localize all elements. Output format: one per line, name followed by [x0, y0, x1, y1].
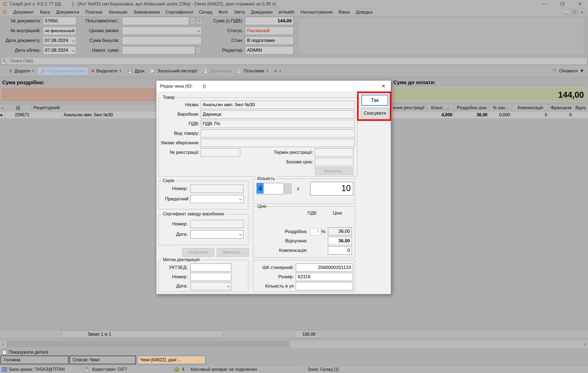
menu-help[interactable]: Довідка — [353, 8, 375, 16]
scrollbar-thumb[interactable] — [7, 341, 290, 347]
manufacturer-field[interactable]: Дарница — [201, 110, 355, 118]
beneficiary-lookup-button[interactable]: ... — [190, 17, 196, 25]
customs-date-select[interactable] — [190, 282, 231, 290]
vat-field[interactable]: ПДВ 7% — [201, 120, 355, 128]
ok-button[interactable]: Так — [361, 95, 388, 106]
menu-ehealth[interactable]: eHealth — [276, 8, 298, 16]
customs-number-field[interactable] — [190, 273, 231, 281]
caret-down-icon: ▼ — [32, 70, 34, 72]
sticker-barcode-field[interactable]: 2060000201133 — [296, 264, 353, 272]
delete-button[interactable]: × Видалити▼ — [88, 67, 124, 75]
scroll-right-icon[interactable]: › — [582, 340, 588, 348]
price-condition-select[interactable] — [122, 27, 202, 35]
column-header-franchise[interactable]: Франшиза — [549, 104, 574, 111]
accum-sum-field[interactable] — [122, 46, 195, 54]
product-change-button[interactable]: Змінити... — [315, 167, 354, 175]
menu-kasa[interactable]: Каса — [37, 8, 53, 16]
account-date-field[interactable]: 07.08.2024 — [43, 46, 76, 54]
add-button[interactable]: + Додати▼ — [6, 67, 37, 75]
menu-windows[interactable]: Вікна — [336, 8, 353, 16]
tab-main[interactable]: Головна — [1, 356, 69, 364]
account-date-label: Дата обліку: — [1, 46, 41, 54]
sticker-size-field[interactable]: 62316 — [296, 273, 353, 281]
pack-qty-field[interactable] — [296, 282, 353, 290]
horizontal-scrollbar[interactable]: ‹ › — [0, 340, 588, 348]
prices-group-label: Ціни — [256, 204, 268, 209]
selling-price-field[interactable]: 36,00 — [328, 237, 352, 245]
column-header-retail-price[interactable]: Роздрібна ціна — [454, 104, 489, 111]
edit-row-button[interactable]: Редагувати рядок — [37, 67, 88, 75]
beneficiary-button[interactable]: Пільговик▼ — [234, 67, 271, 75]
menu-document[interactable]: Документ — [10, 8, 37, 16]
minimize-button[interactable]: — — [536, 0, 553, 8]
quantity-lookup-button[interactable]: ... — [284, 184, 291, 194]
view-menu-button[interactable]: ≡▼ — [271, 67, 284, 75]
mdi-minimize-button[interactable]: _ — [563, 9, 570, 15]
column-header-discount[interactable]: % зни... — [489, 104, 512, 111]
column-header-prescription[interactable]: Рецептурний — [31, 104, 62, 111]
column-header-compensation[interactable]: Компенсація — [512, 104, 549, 111]
tab-list[interactable]: Список: Чеки — [69, 356, 136, 364]
scroll-left-icon[interactable]: ‹ — [0, 340, 6, 348]
beneficiary-clear-button[interactable]: X — [196, 17, 202, 25]
storage-field[interactable] — [201, 139, 355, 147]
menu-stocks[interactable]: Залишки — [105, 8, 130, 16]
name-field[interactable]: Анальгин амп. 5мл №30 — [201, 101, 355, 109]
restore-button[interactable] — [554, 0, 570, 8]
menu-reports[interactable]: Звіти — [231, 8, 248, 16]
certificate-change-button[interactable]: Змінити... — [217, 248, 249, 257]
mdi-close-button[interactable]: x — [579, 9, 585, 15]
menu-branches[interactable]: Філії — [215, 8, 231, 16]
certificate-date-select[interactable] — [190, 230, 243, 239]
menu-payments[interactable]: Платежі — [82, 8, 105, 16]
close-button[interactable]: × — [572, 0, 588, 8]
vat-label: ПДВ: — [159, 120, 199, 128]
column-header-dispensing[interactable]: Відпу — [574, 104, 588, 111]
chevron-down-icon[interactable] — [72, 39, 75, 42]
menu-certificates[interactable]: Сертифікати — [163, 8, 196, 16]
menu-orders[interactable]: Замовлення — [130, 8, 163, 16]
compensation-field[interactable]: 0 — [328, 246, 352, 255]
menu-directories[interactable]: Довідники — [248, 8, 276, 16]
refresh-button[interactable]: Оновити▼ — [551, 67, 584, 75]
menu-settings[interactable]: Налаштування — [298, 8, 336, 16]
chevron-down-icon[interactable] — [72, 49, 75, 52]
export-button[interactable]: Загальний експорт — [147, 67, 200, 75]
doc-number-field[interactable]: 57650 — [43, 17, 76, 25]
uktzed-field[interactable] — [190, 264, 231, 272]
dialog-close-icon[interactable]: × — [379, 82, 388, 91]
chevron-down-icon[interactable] — [197, 29, 200, 32]
base-price-label: Базова ціна: — [263, 158, 313, 166]
accum-sum-lookup-button[interactable]: ... — [196, 47, 202, 54]
print-button[interactable]: Друк — [124, 67, 147, 75]
cancel-button[interactable]: Скасувати — [361, 108, 389, 119]
chevron-down-icon[interactable] — [239, 198, 242, 200]
series-valid-select[interactable] — [190, 195, 243, 203]
reg-number-field[interactable] — [201, 148, 240, 157]
column-header-qty[interactable]: Кількі... △ — [426, 104, 454, 111]
chevron-down-icon[interactable] — [227, 285, 230, 288]
menu-warehouse[interactable]: Склад — [196, 8, 215, 16]
retail-vat-field[interactable]: 7 — [310, 228, 321, 236]
certificate-clear-button[interactable]: Очистити — [182, 248, 214, 257]
menu-documents[interactable]: Документи — [53, 8, 82, 16]
bonus-sum-field[interactable] — [122, 36, 202, 45]
column-header-id[interactable]: ІД — [5, 104, 31, 111]
certificate-number-field[interactable] — [190, 220, 243, 228]
show-details-checkbox[interactable] — [2, 350, 7, 354]
base-price-field[interactable] — [315, 158, 354, 166]
chevron-down-icon[interactable] — [239, 233, 242, 236]
beneficiary-field[interactable] — [122, 17, 189, 25]
search-bar[interactable]: Поиск (Tab) — [1, 57, 587, 65]
doc-date-field[interactable]: 07.08.2024 — [43, 36, 76, 45]
quantity-input[interactable]: 4 — [257, 183, 284, 194]
tab-receipts[interactable]: Чеки [64622], дані ... — [137, 356, 206, 364]
mdi-restore-button[interactable] — [571, 9, 578, 15]
column-header-registration[interactable]: ення реєстрації — [391, 104, 426, 111]
reg-term-field[interactable] — [315, 148, 354, 157]
refresh-icon — [551, 68, 557, 74]
kind-field[interactable] — [201, 129, 355, 137]
series-number-field[interactable] — [190, 185, 243, 193]
print-receipt-button[interactable]: Друк чека — [200, 67, 234, 75]
internal-number-field[interactable]: не фискальный — [43, 27, 76, 35]
